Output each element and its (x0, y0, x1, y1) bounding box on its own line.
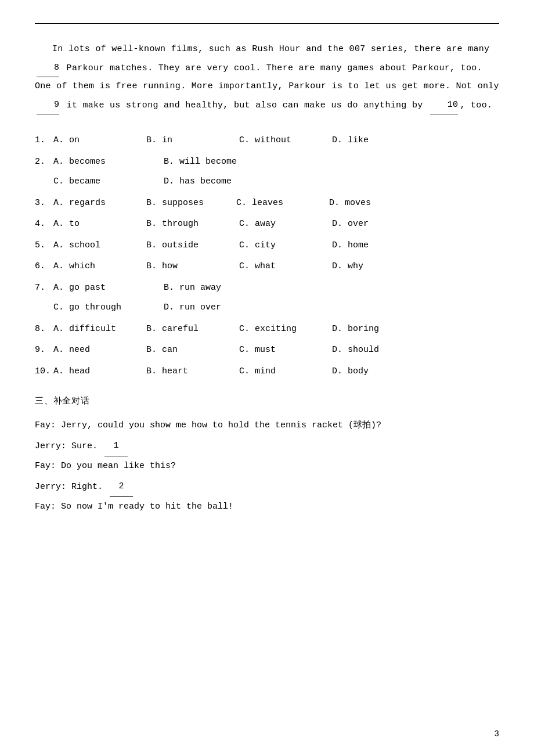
question-7: 7. A. go past B. run away C. go through … (35, 278, 499, 318)
passage-text: In lots of well-known films, such as Rus… (35, 40, 499, 114)
q3-optD: D. moves (329, 193, 422, 214)
fay-speaker-2: Fay: Do you mean like this? (35, 461, 176, 471)
blank-10: 10 (430, 96, 459, 115)
dialogue-blank-1: 1 (104, 436, 128, 457)
question-3: 3. A. regards B. supposes C. leaves D. m… (35, 193, 499, 214)
q8-optD: D. boring (332, 319, 425, 340)
fay-speaker-3: Fay: So now I'm ready to hit the ball! (35, 502, 233, 512)
q7-num: 7. (35, 278, 53, 298)
q9-optB: B. can (146, 340, 239, 361)
page-number: 3 (495, 729, 499, 739)
question-7-row1: 7. A. go past B. run away (35, 278, 499, 298)
question-1-row: 1. A. on B. in C. without D. like (35, 131, 499, 151)
question-5: 5. A. school B. outside C. city D. home (35, 236, 499, 256)
q4-optA: A. to (53, 214, 146, 235)
q8-optB: B. careful (146, 319, 239, 340)
q1-optC: C. without (239, 131, 332, 151)
question-2: 2. A. becomes B. will become C. became D… (35, 152, 499, 192)
q4-optD: D. over (332, 214, 425, 235)
jerry-speaker-1: Jerry: Sure. 1 (35, 441, 129, 451)
q1-optB: B. in (146, 131, 239, 151)
q3-optB: B. supposes (146, 193, 236, 214)
q4-optC: C. away (239, 214, 332, 235)
blank-8: 8 (37, 59, 59, 78)
dialogue-fay-2: Fay: Do you mean like this? (35, 456, 499, 477)
q6-optA: A. which (53, 257, 146, 277)
q3-optA: A. regards (53, 193, 146, 214)
question-7-row2: C. go through D. run over (35, 298, 499, 318)
q7-optC: C. go through (53, 298, 164, 318)
page-container: In lots of well-known films, such as Rus… (0, 0, 534, 756)
q1-optA: A. on (53, 131, 146, 151)
dialogue-blank-2: 2 (110, 477, 133, 498)
q8-num: 8. (35, 319, 53, 340)
question-2-row1: 2. A. becomes B. will become (35, 152, 499, 172)
top-divider (35, 23, 499, 24)
questions-section: 1. A. on B. in C. without D. like 2. A. … (35, 131, 499, 381)
q5-optD: D. home (332, 236, 425, 256)
question-9-row: 9. A. need B. can C. must D. should (35, 340, 499, 361)
passage-intro: In lots of well-known films, such as Rus… (35, 44, 499, 110)
q5-optC: C. city (239, 236, 332, 256)
question-2-row2: C. became D. has become (35, 172, 499, 192)
q9-optD: D. should (332, 340, 425, 361)
dialogue-jerry-2: Jerry: Right. 2 (35, 477, 499, 498)
question-6-row: 6. A. which B. how C. what D. why (35, 257, 499, 277)
q10-optA: A. head (53, 362, 146, 382)
question-8: 8. A. difficult B. careful C. exciting D… (35, 319, 499, 340)
question-6: 6. A. which B. how C. what D. why (35, 257, 499, 277)
q9-optC: C. must (239, 340, 332, 361)
q3-optC: C. leaves (236, 193, 329, 214)
dialogue-fay-3: Fay: So now I'm ready to hit the ball! (35, 497, 499, 517)
q6-num: 6. (35, 257, 53, 277)
question-10: 10. A. head B. heart C. mind D. body (35, 362, 499, 382)
q2-num: 2. (35, 152, 53, 172)
q7-optA: A. go past (53, 278, 164, 298)
q10-optB: B. heart (146, 362, 239, 382)
q10-optD: D. body (332, 362, 425, 382)
q6-optC: C. what (239, 257, 332, 277)
q3-num: 3. (35, 193, 53, 214)
dialogue-section: Fay: Jerry, could you show me how to hol… (35, 416, 499, 517)
section3-title: 三、补全对话 (35, 395, 499, 406)
question-8-row: 8. A. difficult B. careful C. exciting D… (35, 319, 499, 340)
q2-optA: A. becomes (53, 152, 164, 172)
question-3-row: 3. A. regards B. supposes C. leaves D. m… (35, 193, 499, 214)
dialogue-jerry-1: Jerry: Sure. 1 (35, 436, 499, 457)
q7-optD: D. run over (164, 298, 274, 318)
question-10-row: 10. A. head B. heart C. mind D. body (35, 362, 499, 382)
q10-optC: C. mind (239, 362, 332, 382)
dialogue-fay-1: Fay: Jerry, could you show me how to hol… (35, 416, 499, 436)
q5-optB: B. outside (146, 236, 239, 256)
q8-optC: C. exciting (239, 319, 332, 340)
q6-optB: B. how (146, 257, 239, 277)
q4-optB: B. through (146, 214, 239, 235)
q2-optB: B. will become (164, 152, 274, 172)
q9-num: 9. (35, 340, 53, 361)
blank-9: 9 (37, 96, 59, 115)
q1-num: 1. (35, 131, 53, 151)
question-5-row: 5. A. school B. outside C. city D. home (35, 236, 499, 256)
jerry-speaker-2: Jerry: Right. 2 (35, 482, 135, 492)
q5-num: 5. (35, 236, 53, 256)
q4-num: 4. (35, 214, 53, 235)
q2-optC: C. became (53, 172, 164, 192)
q1-optD: D. like (332, 131, 425, 151)
question-1: 1. A. on B. in C. without D. like (35, 131, 499, 151)
question-9: 9. A. need B. can C. must D. should (35, 340, 499, 361)
q7-optB: B. run away (164, 278, 274, 298)
q5-optA: A. school (53, 236, 146, 256)
question-4: 4. A. to B. through C. away D. over (35, 214, 499, 235)
q9-optA: A. need (53, 340, 146, 361)
q6-optD: D. why (332, 257, 425, 277)
question-4-row: 4. A. to B. through C. away D. over (35, 214, 499, 235)
q8-optA: A. difficult (53, 319, 146, 340)
fay-speaker-1: Fay: Jerry, could you show me how to hol… (35, 420, 381, 430)
q2-optD: D. has become (164, 172, 274, 192)
q10-num: 10. (35, 362, 53, 382)
